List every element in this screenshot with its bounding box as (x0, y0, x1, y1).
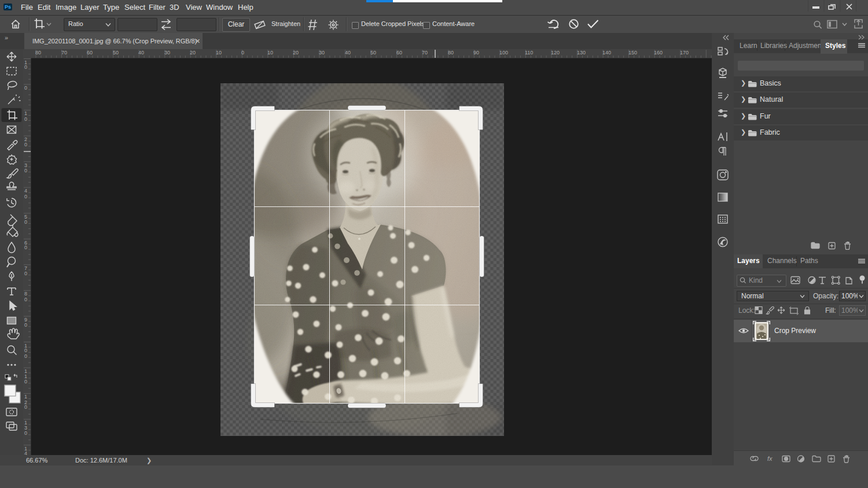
svg-text:0: 0 (24, 194, 27, 199)
svg-text:40: 40 (138, 50, 144, 56)
svg-text:70: 70 (61, 50, 67, 56)
svg-text:8: 8 (24, 291, 27, 297)
svg-text:0: 0 (24, 168, 27, 173)
svg-text:0: 0 (24, 297, 27, 302)
svg-text:60: 60 (396, 50, 402, 56)
svg-text:fx: fx (767, 455, 773, 462)
svg-text:80: 80 (448, 50, 454, 56)
svg-text:0: 0 (24, 64, 27, 70)
svg-text:160: 160 (654, 50, 663, 56)
svg-text:40: 40 (345, 50, 351, 56)
svg-text:0: 0 (24, 142, 27, 147)
svg-text:1: 1 (24, 110, 27, 116)
svg-text:50: 50 (370, 50, 376, 56)
svg-text:70: 70 (422, 50, 428, 56)
svg-text:0: 0 (24, 271, 27, 276)
svg-text:0: 0 (24, 116, 27, 122)
svg-text:50: 50 (113, 50, 119, 56)
svg-text:90: 90 (473, 50, 479, 56)
svg-text:30: 30 (164, 50, 170, 56)
svg-text:4: 4 (24, 188, 27, 194)
svg-text:0: 0 (24, 430, 27, 436)
svg-text:20: 20 (190, 50, 196, 56)
svg-text:150: 150 (628, 50, 637, 56)
svg-text:0: 0 (24, 347, 27, 353)
svg-text:20: 20 (293, 50, 299, 56)
svg-text:60: 60 (87, 50, 93, 56)
svg-text:10: 10 (267, 50, 273, 56)
svg-text:0: 0 (24, 245, 27, 250)
svg-text:100: 100 (499, 50, 508, 56)
svg-text:120: 120 (551, 50, 560, 56)
svg-text:0: 0 (241, 50, 244, 56)
svg-text:10: 10 (216, 50, 222, 56)
svg-text:0: 0 (24, 379, 27, 385)
svg-text:1: 1 (24, 394, 27, 400)
svg-text:170: 170 (680, 50, 689, 56)
svg-text:0: 0 (24, 85, 27, 91)
svg-text:130: 130 (577, 50, 586, 56)
svg-text:4: 4 (24, 450, 27, 455)
svg-text:110: 110 (525, 50, 533, 56)
svg-text:0: 0 (24, 353, 27, 359)
svg-text:80: 80 (35, 50, 41, 56)
svg-text:0: 0 (24, 404, 27, 410)
svg-text:0: 0 (24, 219, 27, 225)
svg-text:30: 30 (319, 50, 325, 56)
svg-text:0: 0 (24, 322, 27, 328)
svg-text:140: 140 (602, 50, 611, 56)
